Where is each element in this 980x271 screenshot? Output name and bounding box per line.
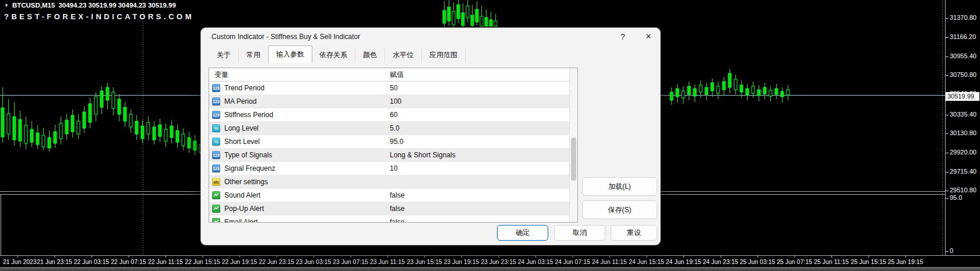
param-name: Short Level (224, 138, 260, 146)
table-row[interactable]: 123Type of SignalsLong & Short Signals (209, 149, 577, 162)
price-scale[interactable]: 31370.8031166.2030955.4030750.8030546.20… (945, 0, 980, 255)
candle (42, 128, 45, 150)
tab-常用[interactable]: 常用 (239, 48, 269, 63)
candle-body (475, 9, 478, 22)
time-axis-label: 22 Jun 15:15 (185, 258, 220, 265)
tab-依存关系[interactable]: 依存关系 (312, 48, 355, 63)
candle-body (781, 91, 784, 97)
bool-type-icon (212, 191, 220, 199)
time-axis-label: 24 Jun 19:15 (666, 258, 701, 265)
param-name-cell: 123Signal Frequenz (209, 164, 385, 173)
candle-body (188, 138, 191, 148)
symbol-dropdown-icon[interactable]: ▼ (4, 3, 9, 8)
candle-body (740, 85, 743, 92)
candle-body (193, 141, 196, 150)
candle (124, 102, 126, 127)
time-axis-label: 21 Jun 23:15 (37, 258, 72, 265)
candle-body (763, 87, 766, 94)
candle-body (705, 87, 708, 94)
candle (475, 1, 478, 26)
param-value[interactable]: Long & Short Signals (385, 151, 577, 159)
candle-body (676, 89, 679, 97)
save-button[interactable]: 保存(S) (582, 200, 657, 219)
candle-body (769, 90, 772, 96)
param-value[interactable]: false (385, 218, 577, 223)
candle-body (711, 83, 714, 91)
candle-body (112, 92, 115, 108)
param-value[interactable]: 60 (385, 111, 577, 119)
candle-body (7, 114, 10, 134)
table-row[interactable]: ½Short Level95.0 (209, 135, 577, 149)
table-body: 123Trend Period50123MA Period100123Stiff… (209, 82, 577, 223)
table-row[interactable]: 123MA Period100 (209, 95, 577, 108)
param-value[interactable]: false (385, 205, 577, 213)
header-variable: 变量 (209, 68, 385, 81)
param-value[interactable]: 95.0 (385, 138, 577, 146)
candle (461, 3, 464, 27)
candle (71, 110, 74, 138)
candle (164, 124, 167, 147)
tab-关于[interactable]: 关于 (209, 48, 239, 63)
param-name: Long Level (224, 124, 259, 132)
table-row[interactable]: abOther settings (209, 175, 577, 189)
cancel-button[interactable]: 取消 (554, 225, 605, 241)
candle-body (135, 121, 138, 134)
price-axis-label: 31370.80 (950, 14, 977, 21)
candle (471, 5, 474, 27)
time-axis-label: 22 Jun 07:15 (111, 258, 146, 265)
param-value[interactable]: 5.0 (385, 124, 577, 132)
candle (452, 2, 455, 27)
candle (106, 83, 109, 110)
time-axis[interactable]: 21 Jun 202321 Jun 23:1522 Jun 03:1522 Ju… (0, 257, 980, 268)
tab-输入参数[interactable]: 输入参数 (268, 45, 312, 63)
close-icon[interactable]: ✕ (641, 30, 655, 43)
candle (24, 117, 27, 149)
candle-body (485, 17, 488, 26)
param-name: Type of Signals (224, 151, 272, 159)
table-row[interactable]: 123Signal Frequenz10 (209, 162, 577, 175)
time-axis-label: 23 Jun 23:15 (481, 258, 516, 265)
tab-水平位[interactable]: 水平位 (385, 48, 422, 63)
help-button[interactable]: ? (616, 30, 629, 43)
load-button[interactable]: 加载(L) (582, 177, 657, 196)
tab-颜色[interactable]: 颜色 (355, 48, 385, 63)
param-value[interactable]: false (385, 191, 577, 199)
table-row[interactable]: 123Trend Period50 (209, 82, 577, 95)
ohlc-values: 30494.23 30519.99 30494.23 30519.99 (58, 2, 175, 9)
candle (781, 87, 784, 103)
ok-button[interactable]: 确定 (497, 225, 548, 241)
scrollbar-thumb[interactable] (571, 138, 576, 181)
candle-body (728, 73, 731, 87)
candle-body (42, 135, 45, 147)
dialog-titlebar[interactable]: Custom Indicator - Stiffness Buy & Sell … (201, 28, 660, 45)
tab-应用范围[interactable]: 应用范围 (422, 48, 466, 63)
time-axis-label: 24 Jun 23:15 (703, 258, 738, 265)
candle-body (752, 86, 755, 93)
candle-body (466, 6, 469, 17)
reset-button[interactable]: 重设 (611, 225, 657, 241)
param-value[interactable]: 10 (385, 164, 577, 173)
param-value[interactable]: 50 (385, 84, 577, 92)
sub-axis-label: 95.0 (950, 194, 962, 201)
table-row[interactable]: ½Long Level5.0 (209, 122, 577, 135)
time-axis-label: 22 Jun 19:15 (222, 258, 258, 265)
table-row[interactable]: Pop-Up Alertfalse (209, 202, 577, 216)
dialog-tabs: 关于常用输入参数依存关系颜色水平位应用范围 (209, 48, 466, 63)
table-row[interactable]: Email Alertfalse (209, 216, 577, 223)
candle (129, 110, 132, 133)
candle-body (65, 120, 68, 134)
candle-body (170, 126, 173, 138)
time-axis-label: 24 Jun 11:15 (592, 258, 627, 265)
candle (112, 87, 115, 115)
candle-body (775, 89, 778, 94)
window-bottom-edge (0, 267, 980, 271)
candle (135, 115, 138, 140)
candle-body (77, 121, 80, 134)
param-value[interactable]: 100 (385, 97, 577, 105)
candle-body (54, 132, 57, 143)
time-axis-label: 25 Jun 19:15 (888, 258, 923, 265)
table-row[interactable]: 123Stiffness Period60 (209, 108, 577, 122)
table-row[interactable]: Sound Alertfalse (209, 189, 577, 202)
param-name-cell: ½Short Level (209, 138, 385, 146)
table-scrollbar[interactable] (569, 68, 577, 222)
